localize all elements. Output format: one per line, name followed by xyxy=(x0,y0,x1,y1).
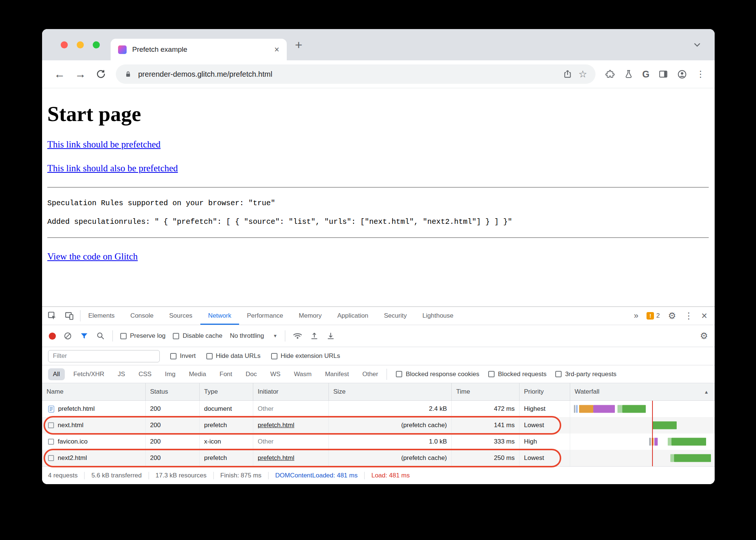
filter-chip-js[interactable]: JS xyxy=(113,368,130,380)
inspect-element-icon[interactable] xyxy=(47,311,57,321)
address-bar: ← → prerender-demos.glitch.me/prefetch.h… xyxy=(42,60,715,88)
column-header-name[interactable]: Name xyxy=(42,383,146,400)
filter-chip-manifest[interactable]: Manifest xyxy=(320,368,354,380)
devtools-menu-kebab-icon[interactable]: ⋮ xyxy=(684,311,693,320)
filter-funnel-icon[interactable] xyxy=(80,331,89,340)
filter-chip-img[interactable]: Img xyxy=(160,368,180,380)
waterfall-cell[interactable] xyxy=(570,433,715,450)
prefetch-link-2[interactable]: This link should also be prefetched xyxy=(47,163,178,173)
reload-button[interactable] xyxy=(96,69,106,79)
lock-icon[interactable] xyxy=(124,70,132,78)
column-header-initiator[interactable]: Initiator xyxy=(253,383,329,400)
new-tab-button[interactable]: + xyxy=(295,38,302,51)
export-har-icon[interactable] xyxy=(326,331,335,340)
import-har-icon[interactable] xyxy=(310,331,319,340)
request-name[interactable]: favicon.ico xyxy=(58,438,88,445)
clear-network-log-icon[interactable] xyxy=(63,331,72,340)
filter-chip-all[interactable]: All xyxy=(48,368,65,380)
column-header-type[interactable]: Type xyxy=(200,383,253,400)
side-panel-icon[interactable] xyxy=(658,69,668,79)
filter-chip-font[interactable]: Font xyxy=(215,368,237,380)
waterfall-cell[interactable] xyxy=(570,417,715,433)
bookmark-star-icon[interactable]: ☆ xyxy=(578,69,587,79)
table-row-prefetch-html[interactable]: prefetch.html 200 document Other 2.4 kB … xyxy=(42,401,715,417)
column-header-priority[interactable]: Priority xyxy=(520,383,570,400)
more-tabs-icon[interactable]: » xyxy=(634,311,638,321)
devtools-close-icon[interactable]: × xyxy=(701,311,707,321)
forward-button[interactable]: → xyxy=(75,69,86,80)
speculation-rules-text: Added speculationrules: " { "prefetch": … xyxy=(47,217,709,226)
profile-avatar-icon[interactable] xyxy=(677,69,687,79)
issues-warning-badge[interactable]: ! 2 xyxy=(647,312,660,320)
extensions-puzzle-icon[interactable] xyxy=(605,69,615,79)
hide-data-urls-checkbox[interactable]: Hide data URLs xyxy=(206,352,261,360)
preserve-log-label: Preserve log xyxy=(130,332,165,340)
column-header-time[interactable]: Time xyxy=(452,383,520,400)
filter-chip-fetch-xhr[interactable]: Fetch/XHR xyxy=(69,368,109,380)
table-row-next2-html[interactable]: next2.html 200 prefetch prefetch.html (p… xyxy=(42,450,715,466)
url-text[interactable]: prerender-demos.glitch.me/prefetch.html xyxy=(138,70,557,79)
table-row-next-html[interactable]: next.html 200 prefetch prefetch.html (pr… xyxy=(42,417,715,433)
minimize-window-button[interactable] xyxy=(77,41,84,48)
chrome-labs-flask-icon[interactable] xyxy=(624,69,633,79)
back-button[interactable]: ← xyxy=(54,69,65,80)
blocked-response-cookies-checkbox[interactable]: Blocked response cookies xyxy=(396,371,479,378)
tab-favicon-icon xyxy=(118,45,127,54)
preserve-log-checkbox[interactable]: Preserve log xyxy=(120,332,165,340)
devtools-tab-memory[interactable]: Memory xyxy=(291,307,329,325)
request-time: 250 ms xyxy=(452,450,520,466)
devtools-settings-gear-icon[interactable]: ⚙ xyxy=(668,311,676,320)
sort-ascending-icon[interactable]: ▲ xyxy=(704,389,710,395)
maximize-window-button[interactable] xyxy=(93,41,100,48)
table-row-favicon-ico[interactable]: favicon.ico 200 x-icon Other 1.0 kB 333 … xyxy=(42,433,715,450)
filter-input[interactable] xyxy=(48,350,160,362)
filter-chip-doc[interactable]: Doc xyxy=(241,368,262,380)
network-conditions-wifi-icon[interactable] xyxy=(293,331,302,341)
request-name[interactable]: next.html xyxy=(58,422,83,429)
blocked-requests-checkbox[interactable]: Blocked requests xyxy=(488,371,546,378)
search-icon[interactable] xyxy=(96,331,105,340)
filter-chip-css[interactable]: CSS xyxy=(134,368,156,380)
throttling-dropdown[interactable]: No throttling ▼ xyxy=(230,332,277,340)
request-name[interactable]: prefetch.html xyxy=(58,405,95,413)
waterfall-cell[interactable] xyxy=(570,450,715,466)
omnibox[interactable]: prerender-demos.glitch.me/prefetch.html … xyxy=(116,64,595,84)
prefetch-link-1[interactable]: This link should be prefetched xyxy=(47,139,161,149)
request-name[interactable]: next2.html xyxy=(58,454,87,462)
tab-close-icon[interactable]: × xyxy=(274,45,279,54)
waterfall-cell[interactable] xyxy=(570,401,715,417)
record-network-log-button[interactable] xyxy=(49,333,56,340)
filter-chip-wasm[interactable]: Wasm xyxy=(289,368,317,380)
devtools-tab-sources[interactable]: Sources xyxy=(161,307,200,325)
devtools-tab-elements[interactable]: Elements xyxy=(80,307,123,325)
devtools-tab-security[interactable]: Security xyxy=(376,307,414,325)
filter-chip-other[interactable]: Other xyxy=(358,368,383,380)
third-party-requests-checkbox[interactable]: 3rd-party requests xyxy=(555,371,616,378)
invert-checkbox[interactable]: Invert xyxy=(170,352,196,360)
disable-cache-checkbox[interactable]: Disable cache xyxy=(173,332,222,340)
glitch-code-link[interactable]: View the code on Glitch xyxy=(47,251,138,261)
network-settings-gear-icon[interactable]: ⚙ xyxy=(700,331,708,340)
devtools-tab-performance[interactable]: Performance xyxy=(239,307,291,325)
hide-extension-urls-checkbox[interactable]: Hide extension URLs xyxy=(271,352,340,360)
request-time: 141 ms xyxy=(452,417,520,433)
devtools-tab-network[interactable]: Network xyxy=(200,307,239,325)
filter-chip-media[interactable]: Media xyxy=(184,368,211,380)
device-toolbar-icon[interactable] xyxy=(64,311,74,321)
column-header-status[interactable]: Status xyxy=(146,383,200,400)
column-header-waterfall[interactable]: Waterfall ▲ xyxy=(570,383,715,400)
devtools-tab-application[interactable]: Application xyxy=(330,307,376,325)
request-initiator-link[interactable]: prefetch.html xyxy=(258,454,294,462)
google-g-icon[interactable]: G xyxy=(642,69,649,80)
column-header-size[interactable]: Size xyxy=(329,383,452,400)
share-icon[interactable] xyxy=(563,69,572,79)
devtools-tab-lighthouse[interactable]: Lighthouse xyxy=(414,307,461,325)
request-status: 200 xyxy=(146,401,200,417)
devtools-tab-console[interactable]: Console xyxy=(123,307,161,325)
request-initiator-link[interactable]: prefetch.html xyxy=(258,422,294,429)
tab-search-chevron-icon[interactable] xyxy=(692,40,702,50)
close-window-button[interactable] xyxy=(61,41,68,48)
browser-tab[interactable]: Prefetch example × xyxy=(111,39,287,60)
filter-chip-ws[interactable]: WS xyxy=(266,368,285,380)
browser-menu-kebab-icon[interactable]: ⋮ xyxy=(696,70,705,79)
